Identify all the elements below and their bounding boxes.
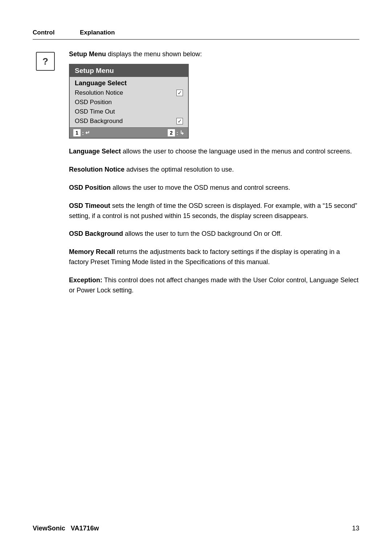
page-container: Control Explanation ? Setup Menu display… <box>0 0 392 554</box>
setup-menu-items: Language Select Resolution Notice ✓ OSD … <box>70 77 188 127</box>
para-bold-exception: Exception: <box>69 276 102 284</box>
setup-menu-title: Setup Menu <box>70 65 188 77</box>
menu-item-label: OSD Position <box>75 99 112 106</box>
control-icon-col: ? <box>33 50 58 304</box>
para-osd-position: OSD Position allows the user to move the… <box>69 183 359 193</box>
para-memory-recall: Memory Recall returns the adjustments ba… <box>69 247 359 267</box>
menu-item-language-select: Language Select <box>70 78 188 88</box>
para-resolution-notice: Resolution Notice advises the optimal re… <box>69 165 359 175</box>
footer-arrow-1: ↵ <box>85 130 90 136</box>
footer-sep-1: : <box>82 130 84 136</box>
footer-btn-1: 1 : ↵ <box>73 129 90 136</box>
para-text-osd-timeout: sets the length of time the OSD screen i… <box>69 202 357 219</box>
model-name: VA1716w <box>71 525 99 532</box>
setup-intro-text: displays the menu shown below: <box>108 50 202 58</box>
explanation-col: Setup Menu displays the menu shown below… <box>69 50 359 304</box>
check-icon: ✓ <box>176 90 183 96</box>
content-area: ? Setup Menu displays the menu shown bel… <box>33 50 359 304</box>
para-bold-osd-background: OSD Background <box>69 230 123 237</box>
setup-menu-footer: 1 : ↵ 2 : ↳ <box>70 127 188 138</box>
brand-name: ViewSonic <box>33 525 65 532</box>
menu-item-osd-background: OSD Background ✓ <box>70 116 188 126</box>
para-text-osd-background: allows the user to turn the OSD backgrou… <box>125 230 282 237</box>
footer-arrow-2: ↳ <box>180 130 184 136</box>
para-exception: Exception: This control does not affect … <box>69 275 359 296</box>
para-bold-resolution-notice: Resolution Notice <box>69 166 124 173</box>
para-text-language-select: allows the user to choose the language u… <box>123 148 352 155</box>
header-control: Control <box>33 29 80 36</box>
para-text-exception: This control does not affect changes mad… <box>69 276 359 294</box>
footer-page-number: 13 <box>352 525 359 532</box>
menu-item-label: Language Select <box>75 79 127 87</box>
footer-num-2: 2 <box>168 129 175 136</box>
footer-btn-2: 2 : ↳ <box>168 129 184 136</box>
para-text-osd-position: allows the user to move the OSD menus an… <box>113 184 290 191</box>
header-row: Control Explanation <box>33 29 359 40</box>
para-bold-language-select: Language Select <box>69 148 121 155</box>
question-mark-icon: ? <box>36 52 55 71</box>
setup-menu-mockup: Setup Menu Language Select Resolution No… <box>69 64 189 139</box>
para-osd-timeout: OSD Timeout sets the length of time the … <box>69 201 359 221</box>
para-bold-memory-recall: Memory Recall <box>69 248 115 255</box>
footer-brand: ViewSonic VA1716w <box>33 525 99 532</box>
footer-sep-2: : <box>176 130 178 136</box>
menu-item-label: Resolution Notice <box>75 89 123 97</box>
menu-item-osd-position: OSD Position <box>70 98 188 107</box>
page-footer: ViewSonic VA1716w 13 <box>33 525 359 532</box>
para-bold-osd-timeout: OSD Timeout <box>69 202 110 209</box>
desc-paragraphs: Language Select allows the user to choos… <box>69 147 359 296</box>
setup-intro: Setup Menu displays the menu shown below… <box>69 50 359 58</box>
header-explanation: Explanation <box>80 29 115 36</box>
menu-item-label: OSD Time Out <box>75 108 115 115</box>
para-text-resolution-notice: advises the optimal resolution to use. <box>126 166 234 173</box>
para-language-select: Language Select allows the user to choos… <box>69 147 359 157</box>
para-bold-osd-position: OSD Position <box>69 184 111 191</box>
check-icon-2: ✓ <box>176 118 183 124</box>
footer-num-1: 1 <box>73 129 81 136</box>
menu-item-label: OSD Background <box>75 118 123 125</box>
setup-menu-bold: Setup Menu <box>69 50 106 58</box>
menu-item-resolution-notice: Resolution Notice ✓ <box>70 88 188 98</box>
menu-item-osd-timeout: OSD Time Out <box>70 107 188 116</box>
para-osd-background: OSD Background allows the user to turn t… <box>69 229 359 239</box>
